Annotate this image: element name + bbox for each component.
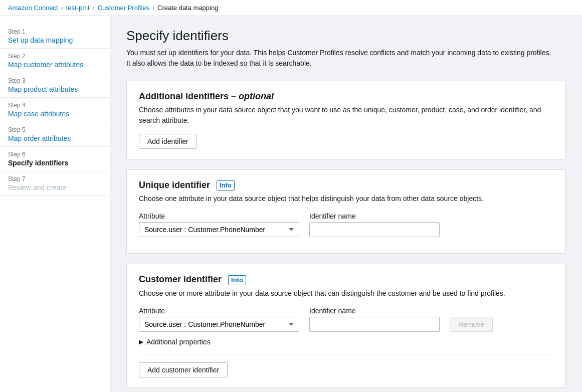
additional-identifiers-card: Additional identifiers – optional Choose… (126, 81, 566, 159)
step4-link[interactable]: Map case attributes (8, 110, 69, 118)
unique-identifier-name-input[interactable] (309, 222, 440, 237)
customer-identifier-name-label: Identifier name (309, 307, 440, 315)
sidebar-item-step1[interactable]: Step 1 Set up data mapping (0, 24, 110, 49)
step5-label: Step 5 (8, 126, 102, 133)
sidebar-item-step4[interactable]: Step 4 Map case attributes (0, 98, 110, 122)
additional-identifiers-title-prefix: Additional identifiers – (139, 91, 239, 101)
step2-label: Step 2 (8, 53, 102, 60)
unique-identifier-name-label: Identifier name (309, 212, 440, 220)
step6-link: Specify identifiers (8, 159, 69, 167)
customer-identifier-info[interactable]: Info (228, 275, 246, 285)
breadcrumb-sep-2: › (93, 5, 95, 12)
step3-link[interactable]: Map product attributes (8, 85, 78, 93)
unique-identifier-name-group: Identifier name (309, 212, 440, 237)
customer-identifier-remove-group: Remove (450, 317, 493, 332)
sidebar-item-step7: Step 7 Review and create (0, 171, 110, 196)
customer-identifier-title: Customer identifier Info (139, 274, 553, 285)
add-customer-identifier-button[interactable]: Add customer identifier (139, 362, 228, 377)
customer-identifier-name-input[interactable] (309, 317, 440, 332)
step4-label: Step 4 (8, 102, 102, 109)
sidebar-item-step2[interactable]: Step 2 Map customer attributes (0, 49, 110, 73)
customer-identifier-attribute-label: Attribute (139, 307, 299, 315)
breadcrumb-amazon-connect[interactable]: Amazon Connect (8, 4, 58, 12)
step1-link[interactable]: Set up data mapping (8, 36, 73, 44)
main-content: Specify identifiers You must set up iden… (110, 16, 582, 392)
additional-properties-label: Additional properties (146, 338, 211, 346)
sidebar: Step 1 Set up data mapping Step 2 Map cu… (0, 16, 110, 392)
step3-label: Step 3 (8, 77, 102, 84)
unique-identifier-attribute-select[interactable]: Source.user : Customer.PhoneNumber (139, 222, 299, 237)
step7-label: Step 7 (8, 175, 102, 182)
remove-customer-identifier-button: Remove (450, 317, 493, 332)
expand-icon: ▶ (139, 338, 143, 345)
unique-identifier-attribute-label: Attribute (139, 212, 299, 220)
breadcrumb-current: Create data mapping (157, 4, 218, 12)
card-divider (139, 354, 553, 354)
breadcrumb-test-pmt[interactable]: test-pmt (66, 4, 90, 12)
additional-identifiers-optional: optional (239, 91, 274, 101)
breadcrumb-sep-3: › (152, 5, 154, 12)
customer-identifier-form-row: Attribute Source.user : Customer.PhoneNu… (139, 307, 553, 332)
additional-identifiers-desc: Choose attributes in your data source ob… (139, 105, 553, 126)
unique-identifier-info[interactable]: Info (217, 180, 235, 190)
sidebar-item-step6: Step 6 Specify identifiers (0, 147, 110, 171)
customer-identifier-attribute-select[interactable]: Source.user : Customer.PhoneNumber (139, 317, 299, 332)
add-identifier-button[interactable]: Add identifier (139, 134, 197, 149)
unique-identifier-title-text: Unique identifier (139, 180, 210, 190)
additional-identifiers-title: Additional identifiers – optional (139, 91, 553, 102)
breadcrumb-sep-1: › (61, 5, 63, 12)
customer-identifier-attribute-group: Attribute Source.user : Customer.PhoneNu… (139, 307, 299, 332)
unique-identifier-attribute-group: Attribute Source.user : Customer.PhoneNu… (139, 212, 299, 237)
page-title: Specify identifiers (126, 28, 566, 44)
step5-link[interactable]: Map order attributes (8, 134, 71, 142)
step6-label: Step 6 (8, 151, 102, 158)
customer-identifier-card: Customer identifier Info Choose one or m… (126, 264, 566, 387)
sidebar-item-step5[interactable]: Step 5 Map order attributes (0, 122, 110, 147)
breadcrumb-customer-profiles[interactable]: Customer Profiles (98, 4, 149, 12)
sidebar-item-step3[interactable]: Step 3 Map product attributes (0, 73, 110, 98)
additional-properties-expand[interactable]: ▶ Additional properties (139, 338, 553, 346)
customer-identifier-title-text: Customer identifier (139, 274, 222, 284)
breadcrumb: Amazon Connect › test-pmt › Customer Pro… (0, 0, 582, 16)
unique-identifier-desc: Choose one attribute in your data source… (139, 193, 553, 204)
page-description: You must set up identifiers for your dat… (126, 48, 552, 69)
unique-identifier-title: Unique identifier Info (139, 180, 553, 190)
customer-identifier-desc: Choose one or more attribute in your dat… (139, 288, 553, 299)
step7-link: Review and create (8, 183, 66, 191)
unique-identifier-card: Unique identifier Info Choose one attrib… (126, 169, 566, 254)
customer-identifier-name-group: Identifier name (309, 307, 440, 332)
step2-link[interactable]: Map customer attributes (8, 61, 83, 69)
unique-identifier-form-row: Attribute Source.user : Customer.PhoneNu… (139, 212, 553, 237)
step1-label: Step 1 (8, 28, 102, 35)
